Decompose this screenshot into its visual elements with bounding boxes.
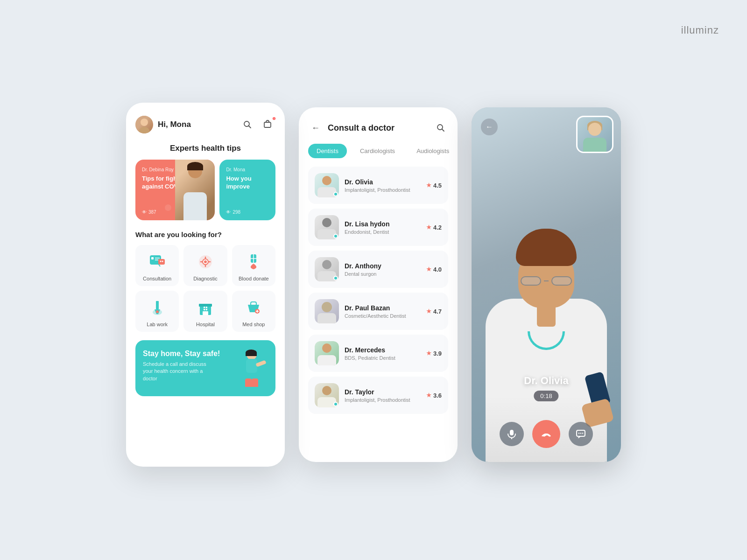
- star-icon-5: ★: [426, 392, 431, 399]
- doc-rating-4: ★ 3.9: [426, 350, 442, 357]
- mute-button[interactable]: [500, 422, 524, 446]
- cart-badge: 9: [272, 116, 276, 121]
- s2-header: ← Consult a doctor: [308, 120, 448, 135]
- s1-header: Hi, Mona 9: [135, 116, 275, 133]
- tips-cards: Dr. Debina Roy Tips for fighting against…: [135, 160, 275, 220]
- doc-info-5: Dr. Taylor Implantoligist, Prosthodontis…: [345, 388, 421, 403]
- stay-safe-text: Stay home, Stay safe! Schedule a call an…: [143, 350, 220, 382]
- screen3-video-call: ← Dr. Olivia 0:18: [472, 107, 621, 462]
- doc-name-4: Dr. Mercedes: [345, 346, 421, 354]
- doc-name-3: Dr. Paul Bazan: [345, 304, 421, 312]
- doc-specialty-0: Implantoligist, Prosthodontist: [345, 187, 421, 193]
- microphone-icon: [507, 429, 517, 439]
- search-icon: [243, 120, 252, 129]
- doc-rating-3: ★ 4.7: [426, 308, 442, 315]
- s3-caller-thumbnail: [576, 116, 613, 153]
- star-icon-0: ★: [426, 182, 431, 189]
- consultation-label: Consultation: [143, 276, 171, 281]
- search-button[interactable]: [240, 117, 255, 132]
- screens-container: Hi, Mona 9 Experts health tip: [126, 103, 621, 467]
- video-background: [472, 107, 621, 462]
- svg-rect-17: [156, 301, 159, 309]
- screen2-consult: ← Consult a doctor Dentists Cardiologist…: [299, 107, 458, 462]
- star-icon-1: ★: [426, 224, 431, 231]
- greeting-text: Hi, Mona: [158, 120, 240, 129]
- svg-point-36: [582, 433, 583, 434]
- doc-info-0: Dr. Olivia Implantoligist, Prosthodontis…: [345, 178, 421, 193]
- service-hospital[interactable]: Hospital: [183, 291, 227, 332]
- doctor-card-1[interactable]: Dr. Lisa hydon Endodonist, Dentist ★ 4.2: [308, 209, 448, 246]
- doc-rating-0: ★ 4.5: [426, 182, 442, 189]
- lab-work-icon: [147, 297, 168, 318]
- svg-rect-4: [151, 257, 154, 259]
- s2-title: Consult a doctor: [328, 123, 433, 133]
- doc-avatar-4: [315, 341, 339, 365]
- diagnostic-icon: [195, 252, 216, 272]
- tab-dentists[interactable]: Dentists: [308, 144, 347, 158]
- consultation-icon: [147, 252, 168, 272]
- service-blood-donate[interactable]: Blood donate: [232, 245, 275, 286]
- end-call-button[interactable]: [532, 420, 560, 448]
- chat-button[interactable]: [569, 422, 593, 446]
- what-title: What are you looking for?: [135, 231, 275, 238]
- end-call-icon: [541, 428, 552, 440]
- s3-name-badge: Dr. Olivia 0:18: [524, 375, 568, 401]
- tip-card-2[interactable]: Dr. Mona How you improve 👁298: [219, 160, 275, 220]
- doc-info-3: Dr. Paul Bazan Cosmetic/Aesthetic Dentis…: [345, 304, 421, 319]
- s3-call-controls: [500, 420, 593, 448]
- doc-rating-2: ★ 4.0: [426, 266, 442, 273]
- svg-point-34: [578, 433, 579, 434]
- svg-point-8: [160, 261, 161, 262]
- doc-specialty-2: Dental surgon: [345, 271, 421, 277]
- med-shop-label: Med shop: [242, 322, 265, 327]
- tip2-title: How you improve: [226, 175, 269, 191]
- doc-rating-5: ★ 3.6: [426, 392, 442, 399]
- lab-work-label: Lab work: [147, 322, 168, 327]
- service-consultation[interactable]: Consultation: [135, 245, 179, 286]
- doctor-card-0[interactable]: Dr. Olivia Implantoligist, Prosthodontis…: [308, 167, 448, 204]
- doc-avatar-5: [315, 383, 339, 407]
- tip2-author: Dr. Mona: [226, 167, 269, 172]
- avatar: [135, 116, 153, 133]
- tip2-views: 👁298: [226, 210, 240, 215]
- search-button-s2[interactable]: [433, 120, 448, 135]
- doctor-card-2[interactable]: Dr. Anthony Dental surgon ★ 4.0: [308, 251, 448, 288]
- s3-back-button[interactable]: ←: [481, 119, 498, 135]
- stay-safe-banner[interactable]: Stay home, Stay safe! Schedule a call an…: [135, 340, 275, 396]
- service-lab-work[interactable]: Lab work: [135, 291, 179, 332]
- svg-line-1: [249, 126, 251, 128]
- tip-card-1[interactable]: Dr. Debina Roy Tips for fighting against…: [135, 160, 215, 220]
- tab-audiologists[interactable]: Audiologists: [408, 144, 458, 158]
- doc-specialty-5: Implantoligist, Prosthodontist: [345, 397, 421, 403]
- header-icons: 9: [240, 117, 275, 132]
- doc-specialty-1: Endodonist, Dentist: [345, 229, 421, 235]
- banner-figure: [235, 350, 268, 387]
- s3-doctor-name: Dr. Olivia: [524, 375, 568, 387]
- doc-avatar-1: [315, 215, 339, 239]
- screen1-home: Hi, Mona 9 Experts health tip: [126, 103, 285, 467]
- svg-point-35: [580, 433, 581, 434]
- chat-icon: [576, 429, 586, 439]
- doctor-card-4[interactable]: Dr. Mercedes BDS, Pediatric Dentist ★ 3.…: [308, 335, 448, 372]
- doctor-card-5[interactable]: Dr. Taylor Implantoligist, Prosthodontis…: [308, 377, 448, 414]
- blood-donate-label: Blood donate: [239, 276, 269, 281]
- svg-point-9: [162, 261, 163, 262]
- experts-title: Experts health tips: [135, 144, 275, 153]
- doc-name-1: Dr. Lisa hydon: [345, 220, 421, 228]
- svg-point-12: [204, 260, 207, 263]
- tab-cardiologists[interactable]: Cardiologists: [352, 144, 403, 158]
- doc-info-1: Dr. Lisa hydon Endodonist, Dentist: [345, 220, 421, 235]
- doc-name-5: Dr. Taylor: [345, 388, 421, 396]
- services-grid: Consultation Diagnostic: [135, 245, 275, 332]
- service-diagnostic[interactable]: Diagnostic: [183, 245, 227, 286]
- doc-specialty-4: BDS, Pediatric Dentist: [345, 355, 421, 361]
- svg-point-18: [156, 310, 159, 313]
- tip1-views: 👁387: [142, 210, 156, 215]
- s2-tabs: Dentists Cardiologists Audiologists: [308, 144, 448, 158]
- banner-text: Schedule a call and discuss your health …: [143, 361, 218, 382]
- back-button[interactable]: ←: [308, 120, 323, 135]
- doc-avatar-2: [315, 257, 339, 281]
- doctor-card-3[interactable]: Dr. Paul Bazan Cosmetic/Aesthetic Dentis…: [308, 293, 448, 330]
- cart-button[interactable]: 9: [261, 117, 275, 132]
- service-med-shop[interactable]: Med shop: [232, 291, 275, 332]
